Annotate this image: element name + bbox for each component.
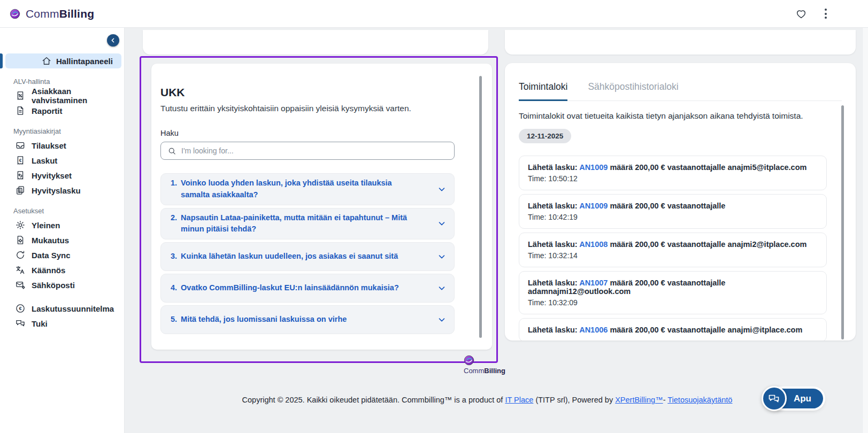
faq-item-1[interactable]: 1.Voinko luoda yhden laskun, joka yhdist… bbox=[160, 173, 455, 205]
log-entry-4: Lähetä lasku: AN1007 määrä 200,00 € vast… bbox=[519, 271, 827, 314]
faq-item-2[interactable]: 2.Napsautin Lataa-painiketta, mutta mitä… bbox=[160, 208, 455, 240]
chevron-down-icon bbox=[437, 219, 447, 228]
sidebar-item-label: Raportit bbox=[32, 106, 63, 115]
faq-search-label: Haku bbox=[160, 129, 455, 137]
help-chat-icon bbox=[762, 386, 787, 411]
tab-toimintaloki[interactable]: Toimintaloki bbox=[519, 81, 567, 101]
sidebar-item-mukautus[interactable]: Mukautus bbox=[0, 233, 124, 248]
sidebar: Hallintapaneeli ALV-hallinta Asiakkaan v… bbox=[0, 28, 125, 433]
sidebar-item-laskut[interactable]: € Laskut bbox=[0, 153, 124, 168]
log-time: Time: 10:42:19 bbox=[528, 213, 818, 221]
sidebar-item-label: Hyvitykset bbox=[32, 171, 72, 180]
log-tabs: Toimintaloki Sähköpostihistorialoki bbox=[519, 81, 842, 101]
log-detail: määrä 200,00 € vastaanottajalle bbox=[610, 202, 725, 210]
sidebar-item-kaannos[interactable]: Käännös bbox=[0, 262, 124, 277]
refund-receipt-icon bbox=[15, 170, 26, 181]
faq-panel: UKK Tutustu erittäin yksityiskohtaisiin … bbox=[151, 64, 492, 350]
euro-circle-icon: € bbox=[15, 303, 26, 314]
sidebar-item-label: Yleinen bbox=[32, 221, 60, 230]
tab-sahkopostihistorialoki[interactable]: Sähköpostihistorialoki bbox=[588, 81, 678, 101]
log-entry-1: Lähetä lasku: AN1009 määrä 200,00 € vast… bbox=[519, 156, 827, 190]
faq-number: 2. bbox=[171, 212, 177, 236]
sidebar-item-hyvitykset[interactable]: Hyvitykset bbox=[0, 168, 124, 183]
invoice-code: AN1009 bbox=[579, 202, 608, 210]
chevron-left-icon bbox=[110, 37, 117, 44]
faq-search-box[interactable] bbox=[160, 142, 455, 160]
sidebar-item-hyvityslasku[interactable]: Hyvityslasku bbox=[0, 183, 124, 198]
activity-column: Toimintaloki Sähköpostihistorialoki Toim… bbox=[505, 28, 856, 341]
faq-search-input[interactable] bbox=[181, 146, 448, 155]
faq-number: 1. bbox=[171, 177, 177, 201]
sidebar-item-label: Mukautus bbox=[32, 236, 69, 245]
inbox-icon bbox=[15, 140, 26, 151]
invoice-code: AN1007 bbox=[579, 279, 608, 287]
date-badge: 12-11-2025 bbox=[519, 129, 571, 143]
svg-text:€: € bbox=[19, 158, 22, 163]
brand-logo: CommBilling bbox=[10, 7, 94, 20]
itplace-link[interactable]: IT Place bbox=[505, 396, 533, 404]
favorites-heart-icon[interactable] bbox=[795, 8, 807, 20]
log-time: Time: 10:32:09 bbox=[528, 298, 818, 307]
sidebar-item-label: Asiakkaan vahvistaminen bbox=[32, 87, 124, 105]
log-prefix: Lähetä lasku: bbox=[528, 202, 578, 210]
sidebar-item-label: Sähköposti bbox=[32, 281, 75, 290]
sidebar-nav: Hallintapaneeli ALV-hallinta Asiakkaan v… bbox=[0, 53, 124, 331]
log-detail: määrä 200,00 € vastaanottajalle anajmi@i… bbox=[610, 326, 802, 334]
faq-item-3[interactable]: 3.Kuinka lähetän laskun uudelleen, jos a… bbox=[160, 242, 455, 271]
faq-question: Ovatko CommBilling-laskut EU:n lainsäädä… bbox=[181, 282, 399, 294]
sidebar-collapse-button[interactable] bbox=[107, 34, 119, 47]
sidebar-item-hallintapaneeli[interactable]: Hallintapaneeli bbox=[5, 53, 121, 68]
active-indicator-bar bbox=[0, 53, 3, 68]
log-prefix: Lähetä lasku: bbox=[528, 326, 578, 334]
log-list: Lähetä lasku: AN1009 määrä 200,00 € vast… bbox=[519, 156, 842, 341]
page-scrollbar[interactable] bbox=[862, 28, 868, 433]
section-title-alv-hallinta: ALV-hallinta bbox=[13, 78, 124, 86]
log-scrollbar-thumb[interactable] bbox=[841, 105, 844, 339]
commbilling-footer-logo-icon bbox=[464, 355, 499, 366]
log-entry-2: Lähetä lasku: AN1009 määrä 200,00 € vast… bbox=[519, 194, 827, 229]
log-prefix: Lähetä lasku: bbox=[528, 279, 578, 287]
sidebar-item-yleinen[interactable]: Yleinen bbox=[0, 218, 124, 233]
sidebar-item-label: Data Sync bbox=[32, 251, 71, 260]
sidebar-item-data-sync[interactable]: Data Sync bbox=[0, 248, 124, 262]
help-button[interactable]: Apu bbox=[768, 389, 823, 408]
sidebar-item-raportit[interactable]: Raportit bbox=[0, 103, 124, 118]
invoice-code: AN1006 bbox=[579, 326, 608, 334]
xpertbilling-link[interactable]: XPertBilling™ bbox=[615, 396, 663, 404]
chevron-down-icon bbox=[437, 184, 447, 194]
gear-icon bbox=[15, 220, 26, 230]
app-header: CommBilling bbox=[0, 0, 868, 28]
faq-item-5[interactable]: 5.Mitä tehdä, jos luomissani laskuissa o… bbox=[160, 305, 455, 334]
sidebar-item-laskutussuunnitelma[interactable]: € Laskutussuunnitelma bbox=[0, 301, 124, 316]
log-time: Time: 10:50:12 bbox=[528, 174, 818, 183]
log-detail: määrä 200,00 € vastaanottajalle anajmi2@… bbox=[610, 240, 806, 249]
sidebar-item-tuki[interactable]: Tuki bbox=[0, 316, 124, 331]
activity-log-panel: Toimintaloki Sähköpostihistorialoki Toim… bbox=[505, 63, 856, 341]
faq-question: Napsautin Lataa-painiketta, mutta mitään… bbox=[181, 212, 419, 236]
sidebar-item-sahkoposti[interactable]: Sähköposti bbox=[0, 277, 124, 292]
privacy-policy-link[interactable]: Tietosuojakäytäntö bbox=[667, 396, 732, 404]
sidebar-item-tilaukset[interactable]: Tilaukset bbox=[0, 138, 124, 153]
customize-icon bbox=[15, 235, 26, 245]
translate-icon bbox=[15, 265, 26, 275]
search-icon bbox=[167, 146, 176, 156]
sidebar-item-label: Hyvityslasku bbox=[32, 186, 81, 195]
faq-subtitle: Tutustu erittäin yksityiskohtaisiin oppa… bbox=[160, 104, 455, 113]
faq-item-4[interactable]: 4.Ovatko CommBilling-laskut EU:n lainsää… bbox=[160, 274, 455, 303]
section-title-myyntiasiakirjat: Myyntiasiakirjat bbox=[13, 127, 124, 135]
footer-brand-name: CommBilling bbox=[464, 367, 499, 375]
log-time: Time: 10:32:14 bbox=[528, 251, 818, 260]
log-entry-3: Lähetä lasku: AN1008 määrä 200,00 € vast… bbox=[519, 233, 827, 267]
receipt-percent-icon bbox=[15, 90, 26, 101]
more-options-kebab-icon[interactable] bbox=[823, 7, 828, 20]
report-icon bbox=[15, 105, 26, 116]
mail-settings-icon bbox=[15, 280, 26, 290]
faq-number: 3. bbox=[171, 251, 177, 262]
partial-card-top-right bbox=[505, 30, 856, 55]
sidebar-item-asiakkaan-vahvistaminen[interactable]: Asiakkaan vahvistaminen bbox=[0, 88, 124, 103]
footer-brand: CommBilling bbox=[464, 355, 499, 375]
help-button-label: Apu bbox=[794, 393, 811, 404]
faq-scrollbar-thumb[interactable] bbox=[479, 76, 482, 338]
section-title-asetukset: Asetukset bbox=[13, 207, 124, 215]
support-chat-icon bbox=[15, 318, 26, 329]
